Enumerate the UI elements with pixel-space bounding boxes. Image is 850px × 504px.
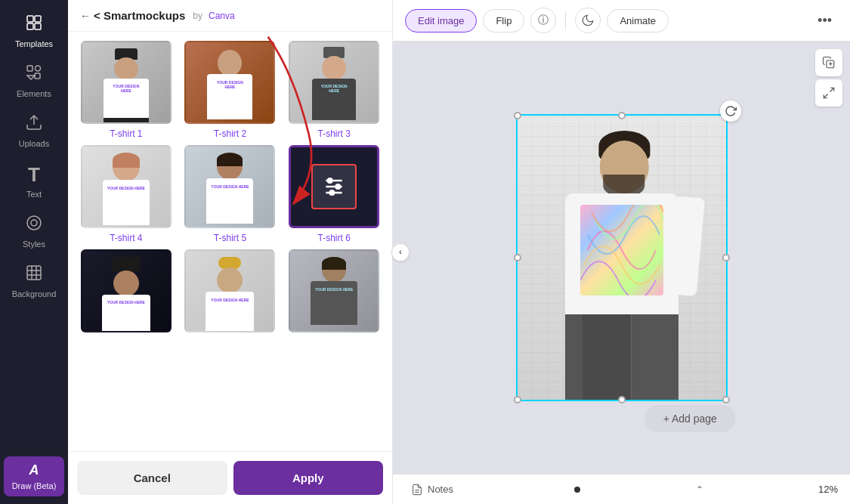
elements-icon bbox=[25, 63, 43, 86]
handle-br[interactable] bbox=[722, 396, 730, 404]
tshirt-4-thumbnail[interactable]: YOUR DESIGN HERE bbox=[81, 145, 172, 228]
list-item[interactable]: T-shirt 6 bbox=[285, 145, 383, 243]
tshirt-6-label: T-shirt 6 bbox=[317, 233, 350, 243]
notes-label: Notes bbox=[428, 484, 453, 495]
toolbar: Edit image Flip ⓘ Animate ••• bbox=[393, 0, 850, 42]
handle-rm[interactable] bbox=[722, 254, 730, 261]
more-icon: ••• bbox=[818, 13, 832, 28]
notes-button[interactable]: Notes bbox=[405, 481, 459, 499]
tshirt-6-thumbnail[interactable] bbox=[289, 145, 379, 228]
panel-content: YOUR DESIGN HERE T-shirt 1 YOUR DESIGN H… bbox=[68, 32, 392, 451]
svg-rect-6 bbox=[35, 73, 40, 79]
canvas-mockup bbox=[516, 114, 728, 401]
background-label: Background bbox=[12, 289, 57, 298]
templates-icon bbox=[25, 14, 43, 36]
svg-rect-10 bbox=[27, 266, 41, 280]
back-button[interactable]: ← < Smartmockups bbox=[80, 9, 185, 22]
sidebar-item-background[interactable]: Background bbox=[4, 258, 64, 305]
background-icon bbox=[25, 264, 43, 286]
canvas-mockup-wrapper bbox=[516, 114, 728, 401]
tshirt-3-thumbnail[interactable]: YOUR DESIGN HERE bbox=[289, 41, 379, 124]
svg-rect-0 bbox=[27, 16, 33, 22]
canva-link[interactable]: Canva bbox=[209, 11, 235, 21]
uploads-label: Uploads bbox=[19, 139, 49, 148]
text-label: Text bbox=[26, 190, 42, 199]
list-item[interactable]: YOUR DESIGN HERE T-shirt 7 bbox=[77, 249, 175, 348]
tshirt-5-thumbnail[interactable]: YOUR DESIGN HERE bbox=[184, 145, 275, 228]
svg-rect-4 bbox=[27, 66, 32, 71]
add-page-button[interactable]: + Add page bbox=[645, 405, 735, 432]
list-item[interactable]: YOUR DESIGN HERE T-shirt 5 bbox=[181, 145, 280, 243]
selection-box bbox=[516, 114, 728, 401]
cancel-button[interactable]: Cancel bbox=[77, 461, 227, 495]
apply-button[interactable]: Apply bbox=[233, 461, 384, 495]
chevron-up-button[interactable]: ⌃ bbox=[696, 484, 703, 495]
canvas-controls bbox=[815, 49, 842, 107]
flip-button[interactable]: Flip bbox=[483, 9, 524, 32]
animate-button[interactable]: Animate bbox=[607, 9, 669, 32]
templates-label: Templates bbox=[15, 39, 53, 48]
page-dot-active bbox=[574, 487, 580, 493]
notes-icon bbox=[411, 484, 423, 496]
styles-label: Styles bbox=[23, 240, 45, 249]
elements-label: Elements bbox=[17, 89, 51, 98]
tshirt-9-thumbnail[interactable]: YOUR DESIGN HERE bbox=[289, 249, 379, 332]
svg-point-20 bbox=[336, 184, 340, 188]
info-icon: ⓘ bbox=[538, 14, 549, 27]
svg-rect-1 bbox=[35, 16, 41, 22]
rotate-handle[interactable] bbox=[720, 100, 741, 122]
svg-point-19 bbox=[328, 178, 332, 182]
handle-tm[interactable] bbox=[618, 112, 626, 119]
sidebar-item-draw[interactable]: A Draw (Beta) bbox=[4, 456, 64, 496]
list-item[interactable]: YOUR DESIGN HERE T-shirt 1 bbox=[77, 41, 175, 139]
list-item[interactable]: YOUR DESIGN HERE T-shirt 8 bbox=[181, 249, 280, 348]
handle-tl[interactable] bbox=[514, 112, 521, 119]
bottom-bar: Notes ⌃ 12% bbox=[393, 474, 850, 504]
svg-point-21 bbox=[330, 190, 334, 194]
list-item[interactable]: YOUR DESIGN HERE T-shirt 9 bbox=[285, 249, 383, 348]
sidebar-item-elements[interactable]: Elements bbox=[4, 57, 64, 104]
sidebar-item-templates[interactable]: Templates bbox=[4, 8, 64, 54]
sidebar-item-uploads[interactable]: Uploads bbox=[4, 107, 64, 154]
copy-plus-button[interactable] bbox=[815, 49, 842, 76]
info-button[interactable]: ⓘ bbox=[530, 8, 556, 33]
panel: ← < Smartmockups by Canva bbox=[68, 0, 393, 504]
collapse-panel-button[interactable]: ‹ bbox=[391, 243, 410, 261]
svg-point-8 bbox=[27, 216, 41, 230]
canvas-area: + Add page bbox=[393, 42, 850, 474]
animate-moon-icon[interactable] bbox=[575, 8, 601, 33]
svg-point-9 bbox=[31, 220, 37, 226]
handle-lm[interactable] bbox=[514, 254, 521, 261]
tshirt-1-thumbnail[interactable]: YOUR DESIGN HERE bbox=[81, 41, 172, 124]
mockup-grid: YOUR DESIGN HERE T-shirt 1 YOUR DESIGN H… bbox=[77, 41, 383, 348]
styles-icon bbox=[25, 214, 43, 237]
more-button[interactable]: ••• bbox=[811, 10, 838, 32]
panel-footer: Cancel Apply bbox=[68, 451, 392, 504]
tshirt-8-thumbnail[interactable]: YOUR DESIGN HERE bbox=[184, 249, 275, 332]
text-icon: T bbox=[28, 163, 40, 187]
tshirt-3-label: T-shirt 3 bbox=[317, 128, 350, 139]
sidebar: Templates Elements Uploads T Text bbox=[0, 0, 68, 504]
tshirt-5-label: T-shirt 5 bbox=[214, 233, 246, 243]
page-dots bbox=[574, 487, 580, 493]
svg-rect-3 bbox=[35, 23, 41, 29]
expand-button[interactable] bbox=[815, 79, 842, 107]
list-item[interactable]: YOUR DESIGN HERE T-shirt 3 bbox=[285, 41, 383, 139]
toolbar-separator bbox=[565, 11, 566, 29]
draw-label: Draw (Beta) bbox=[12, 481, 57, 490]
edit-image-button[interactable]: Edit image bbox=[405, 9, 477, 32]
panel-title: < Smartmockups bbox=[94, 9, 185, 22]
zoom-display: 12% bbox=[818, 484, 838, 495]
tshirt-2-thumbnail[interactable]: YOUR DESIGN HERE bbox=[184, 41, 275, 124]
filter-icon-box bbox=[311, 164, 357, 209]
svg-point-5 bbox=[36, 66, 41, 71]
list-item[interactable]: YOUR DESIGN HERE T-shirt 2 bbox=[181, 41, 280, 139]
handle-bm[interactable] bbox=[618, 396, 626, 404]
list-item[interactable]: YOUR DESIGN HERE T-shirt 4 bbox=[77, 145, 175, 243]
sidebar-item-text[interactable]: T Text bbox=[4, 157, 64, 205]
tshirt-1-label: T-shirt 1 bbox=[110, 128, 142, 139]
sidebar-item-styles[interactable]: Styles bbox=[4, 208, 64, 255]
handle-bl[interactable] bbox=[514, 396, 521, 404]
by-text: by bbox=[193, 11, 202, 21]
tshirt-7-thumbnail[interactable]: YOUR DESIGN HERE bbox=[81, 249, 172, 332]
